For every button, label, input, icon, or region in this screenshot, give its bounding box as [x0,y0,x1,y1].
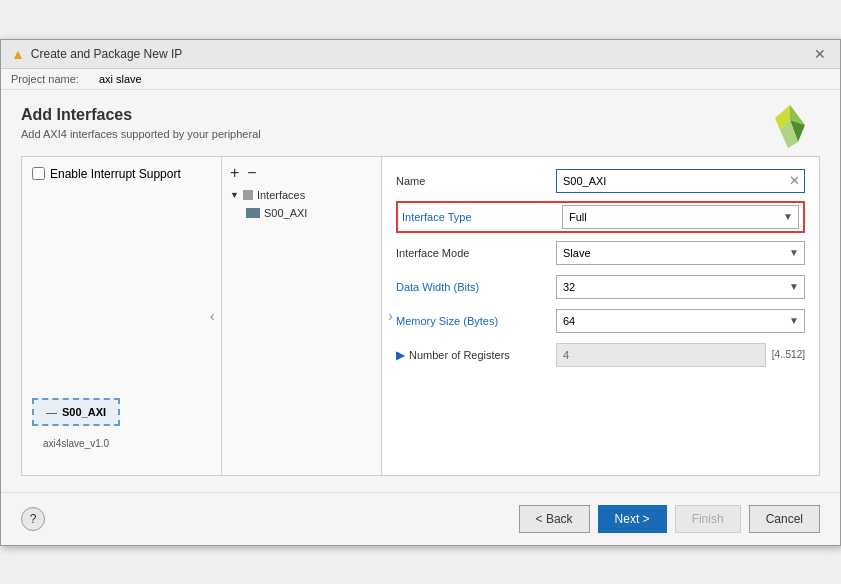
interface-mode-row: Interface Mode Slave Master ▼ [396,239,805,267]
dialog-title: Create and Package New IP [31,47,182,61]
finish-button[interactable]: Finish [675,505,741,533]
tree-root-icon [243,190,253,200]
tree-section: ▼ Interfaces S00_AXI [230,189,373,221]
tree-root-text: Interfaces [257,189,305,201]
tree-item-icon [246,208,260,218]
ip-block-wrapper: — S00_AXI axi4slave_v1.0 [32,398,120,449]
title-bar: ▲ Create and Package New IP ✕ [1,40,840,69]
data-width-select[interactable]: 32 64 128 [556,275,805,299]
name-label: Name [396,175,556,187]
right-panel: Name ✕ Interface Type Full Lite Stream [382,157,819,475]
name-row: Name ✕ [396,167,805,195]
vivado-logo [760,100,820,160]
page-subtitle: Add AXI4 interfaces supported by your pe… [21,128,820,140]
memory-size-label[interactable]: Memory Size (Bytes) [396,315,556,327]
page-title: Add Interfaces [21,106,820,124]
project-name-label: Project name: [11,73,79,85]
name-input[interactable] [557,175,785,187]
cancel-button[interactable]: Cancel [749,505,820,533]
interface-type-select-wrapper: Full Lite Stream ▼ [562,205,799,229]
tree-expand-icon: ▼ [230,190,239,200]
add-interface-button[interactable]: + [230,165,239,181]
data-width-select-wrapper: 32 64 128 ▼ [556,275,805,299]
interface-mode-select-wrapper: Slave Master ▼ [556,241,805,265]
tree-item-label: S00_AXI [264,207,307,219]
num-registers-label: Number of Registers [409,349,510,361]
next-button[interactable]: Next > [598,505,667,533]
interface-type-row: Interface Type Full Lite Stream ▼ [396,201,805,233]
interface-type-select[interactable]: Full Lite Stream [562,205,799,229]
memory-size-select-wrapper: 64 128 256 512 ▼ [556,309,805,333]
close-button[interactable]: ✕ [810,46,830,62]
project-name-value: axi slave [99,73,142,85]
remove-interface-button[interactable]: − [247,165,256,181]
tree-root-label: ▼ Interfaces [230,189,373,201]
main-area: Enable Interrupt Support — S00_AXI axi4s… [21,156,820,476]
mid-toolbar: + − [230,165,373,181]
interrupt-support-checkbox[interactable] [32,167,45,180]
interface-mode-select[interactable]: Slave Master [556,241,805,265]
help-button[interactable]: ? [21,507,45,531]
mid-panel: + − ▼ Interfaces S00_AXI › [222,157,382,475]
app-icon: ▲ [11,46,25,62]
num-registers-arrow: ▶ [396,348,405,362]
num-registers-row: ▶ Number of Registers [4..512] [396,341,805,369]
logo-container [760,100,820,163]
ip-block-version: axi4slave_v1.0 [43,438,109,449]
footer-left: ? [21,507,45,531]
interrupt-support-label: Enable Interrupt Support [50,167,181,181]
memory-size-row: Memory Size (Bytes) 64 128 256 512 ▼ [396,307,805,335]
dialog: ▲ Create and Package New IP ✕ Project na… [0,39,841,546]
content-area: Add Interfaces Add AXI4 interfaces suppo… [1,90,840,492]
back-button[interactable]: < Back [519,505,590,533]
data-width-row: Data Width (Bits) 32 64 128 ▼ [396,273,805,301]
arrow-right-icon: › [388,308,393,324]
num-registers-range: [4..512] [772,349,805,360]
name-clear-button[interactable]: ✕ [785,173,804,188]
interface-type-label: Interface Type [402,211,562,223]
ip-block[interactable]: — S00_AXI [32,398,120,426]
data-width-label[interactable]: Data Width (Bits) [396,281,556,293]
left-panel: Enable Interrupt Support — S00_AXI axi4s… [22,157,222,475]
num-registers-input [556,343,766,367]
tree-item-s00axi[interactable]: S00_AXI [230,205,373,221]
ip-block-name: S00_AXI [62,406,106,418]
interrupt-support-row: Enable Interrupt Support [32,167,181,181]
name-input-wrapper: ✕ [556,169,805,193]
footer: ? < Back Next > Finish Cancel [1,492,840,545]
memory-size-select[interactable]: 64 128 256 512 [556,309,805,333]
arrow-left-icon: ‹ [210,308,215,324]
top-bar: Project name: axi slave [1,69,840,90]
interface-mode-label: Interface Mode [396,247,556,259]
